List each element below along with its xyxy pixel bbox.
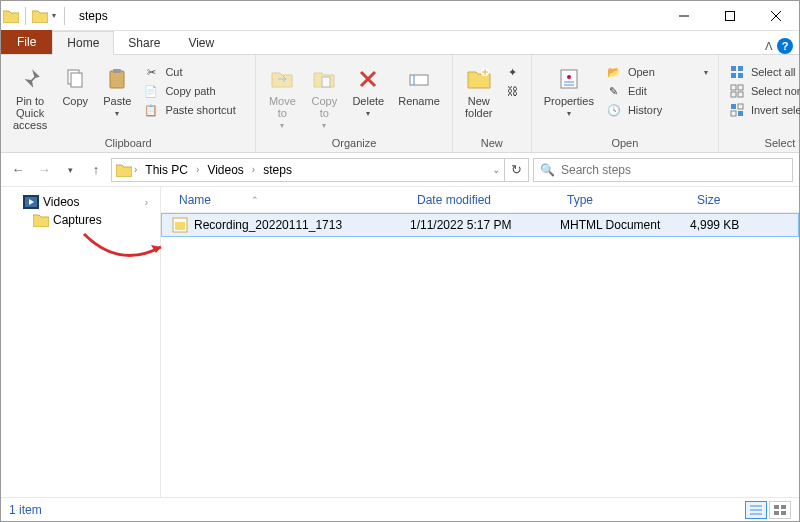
breadcrumb[interactable]: steps	[257, 161, 298, 179]
group-label-open: Open	[538, 135, 712, 152]
svg-rect-22	[731, 85, 736, 90]
nav-item-videos[interactable]: Videos ›	[3, 193, 158, 211]
breadcrumb[interactable]: Videos	[201, 161, 249, 179]
window-title: steps	[79, 9, 108, 23]
svg-rect-11	[410, 75, 428, 85]
history-button[interactable]: 🕓History	[602, 101, 712, 119]
chevron-down-icon[interactable]: ⌄	[492, 164, 500, 175]
svg-rect-6	[110, 71, 124, 88]
svg-rect-8	[322, 77, 330, 87]
minimize-button[interactable]	[661, 1, 707, 31]
svg-rect-33	[175, 222, 185, 230]
paste-icon	[103, 65, 131, 93]
nav-up-button[interactable]: ↑	[85, 159, 107, 181]
pin-label: Pin to Quick access	[13, 95, 47, 131]
pin-to-quick-access-button[interactable]: Pin to Quick access	[7, 63, 53, 133]
help-icon[interactable]: ?	[777, 38, 793, 54]
column-type[interactable]: Type	[559, 193, 689, 207]
open-button[interactable]: 📂Open▾	[602, 63, 712, 81]
svg-rect-18	[731, 66, 736, 71]
svg-rect-20	[731, 73, 736, 78]
tab-home[interactable]: Home	[52, 31, 114, 55]
delete-label: Delete	[352, 95, 384, 107]
svg-rect-29	[738, 111, 743, 116]
edit-button[interactable]: ✎Edit	[602, 82, 712, 100]
nav-item-captures[interactable]: Captures	[3, 211, 158, 229]
select-none-label: Select none	[751, 85, 800, 97]
separator	[25, 7, 26, 25]
cut-icon: ✂	[143, 64, 159, 80]
chevron-right-icon[interactable]: ›	[134, 164, 137, 175]
ribbon-group-open: Properties▾ 📂Open▾ ✎Edit 🕓History Open	[532, 55, 719, 152]
copy-label: Copy	[62, 95, 88, 107]
qat-dropdown-icon[interactable]: ▾	[50, 11, 58, 20]
paste-shortcut-button[interactable]: 📋Paste shortcut	[139, 101, 249, 119]
svg-rect-37	[774, 505, 779, 509]
svg-rect-38	[781, 505, 786, 509]
paste-shortcut-label: Paste shortcut	[165, 104, 235, 116]
folder-icon	[33, 213, 49, 227]
copy-to-label: Copy to	[312, 95, 338, 119]
column-size[interactable]: Size	[689, 193, 769, 207]
ribbon-group-clipboard: Pin to Quick access Copy Paste ▾ ✂Cut 📄C…	[1, 55, 256, 152]
cut-button[interactable]: ✂Cut	[139, 63, 249, 81]
paste-button[interactable]: Paste ▾	[97, 63, 137, 120]
collapse-ribbon-icon[interactable]: ᐱ	[765, 40, 773, 53]
close-button[interactable]	[753, 1, 799, 31]
new-item-button[interactable]: ✦	[501, 63, 525, 81]
edit-label: Edit	[628, 85, 647, 97]
tab-file[interactable]: File	[1, 30, 52, 54]
select-all-icon	[729, 64, 745, 80]
search-box[interactable]: 🔍	[533, 158, 793, 182]
refresh-button[interactable]: ↻	[505, 158, 529, 182]
navigation-pane: Videos › Captures	[1, 187, 161, 497]
svg-rect-28	[731, 111, 736, 116]
chevron-right-icon[interactable]: ›	[196, 164, 199, 175]
file-date: 1/11/2022 5:17 PM	[410, 218, 560, 232]
cut-label: Cut	[165, 66, 182, 78]
sort-ascending-icon: ⌃	[251, 195, 259, 205]
ribbon-tabs: File Home Share View ᐱ ?	[1, 31, 799, 55]
folder-icon	[116, 163, 132, 177]
delete-button[interactable]: Delete▾	[346, 63, 390, 120]
tab-view[interactable]: View	[174, 32, 228, 54]
easy-access-icon: ⛓	[505, 83, 521, 99]
copy-path-icon: 📄	[143, 83, 159, 99]
column-date[interactable]: Date modified	[409, 193, 559, 207]
tab-share[interactable]: Share	[114, 32, 174, 54]
address-bar[interactable]: › This PC › Videos › steps ⌄	[111, 158, 505, 182]
invert-selection-button[interactable]: Invert selection	[725, 101, 800, 119]
svg-rect-27	[738, 104, 743, 109]
nav-back-button[interactable]: ←	[7, 159, 29, 181]
column-name[interactable]: Name⌃	[171, 193, 409, 207]
nav-forward-button[interactable]: →	[33, 159, 55, 181]
rename-button[interactable]: Rename	[392, 63, 446, 109]
status-bar: 1 item	[1, 497, 799, 521]
move-to-button[interactable]: Move to▾	[262, 63, 302, 132]
search-icon: 🔍	[540, 163, 555, 177]
select-none-button[interactable]: Select none	[725, 82, 800, 100]
chevron-right-icon[interactable]: ›	[145, 197, 154, 208]
copy-button[interactable]: Copy	[55, 63, 95, 109]
group-label-select: Select	[725, 135, 800, 152]
thumbnails-view-button[interactable]	[769, 501, 791, 519]
copy-path-button[interactable]: 📄Copy path	[139, 82, 249, 100]
nav-recent-button[interactable]: ▾	[59, 159, 81, 181]
ribbon-group-new: New folder ✦ ⛓ New	[453, 55, 532, 152]
maximize-button[interactable]	[707, 1, 753, 31]
history-icon: 🕓	[606, 102, 622, 118]
qat-open-folder-icon[interactable]	[32, 9, 48, 23]
breadcrumb[interactable]: This PC	[139, 161, 194, 179]
rename-icon	[405, 65, 433, 93]
new-folder-button[interactable]: New folder	[459, 63, 499, 121]
separator	[64, 7, 65, 25]
search-input[interactable]	[561, 163, 786, 177]
copy-to-button[interactable]: Copy to▾	[304, 63, 344, 132]
chevron-right-icon[interactable]: ›	[252, 164, 255, 175]
file-type: MHTML Document	[560, 218, 690, 232]
file-row[interactable]: Recording_20220111_1713 1/11/2022 5:17 P…	[161, 213, 799, 237]
select-all-button[interactable]: Select all	[725, 63, 800, 81]
details-view-button[interactable]	[745, 501, 767, 519]
easy-access-button[interactable]: ⛓	[501, 82, 525, 100]
properties-button[interactable]: Properties▾	[538, 63, 600, 120]
